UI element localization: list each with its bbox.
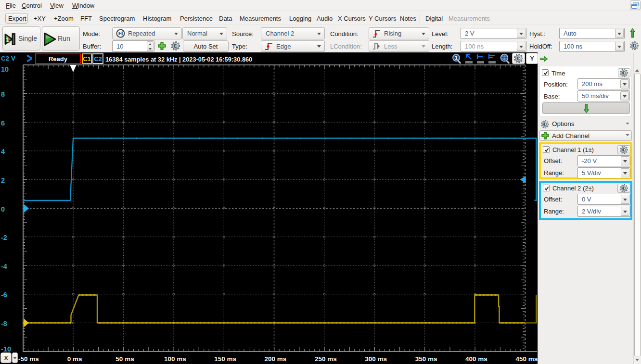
svg-text:450 ms: 450 ms	[515, 355, 538, 363]
svg-text:8: 8	[1, 90, 5, 98]
svg-text:400 ms: 400 ms	[465, 355, 487, 363]
svg-text:-2: -2	[1, 234, 7, 241]
svg-text:0 ms: 0 ms	[67, 355, 82, 363]
svg-text:4: 4	[1, 148, 5, 155]
svg-text:-6: -6	[1, 291, 7, 299]
svg-text:100 ms: 100 ms	[164, 355, 186, 363]
svg-text:200 ms: 200 ms	[265, 355, 287, 363]
svg-text:50 ms: 50 ms	[115, 355, 134, 363]
svg-text:-4: -4	[1, 263, 7, 270]
svg-text:300 ms: 300 ms	[365, 355, 387, 363]
svg-text:-50 ms: -50 ms	[18, 355, 39, 363]
svg-text:150 ms: 150 ms	[214, 355, 236, 363]
svg-text:6: 6	[1, 119, 5, 127]
svg-text:1: 1	[6, 36, 10, 44]
svg-text:10: 10	[1, 65, 9, 73]
svg-text:250 ms: 250 ms	[315, 355, 337, 363]
svg-text:0: 0	[1, 205, 5, 213]
svg-text:-10: -10	[1, 345, 11, 353]
svg-text:2: 2	[1, 176, 5, 184]
svg-text:1: 1	[455, 55, 458, 61]
svg-text:350 ms: 350 ms	[415, 355, 437, 363]
svg-text:-8: -8	[1, 320, 7, 327]
